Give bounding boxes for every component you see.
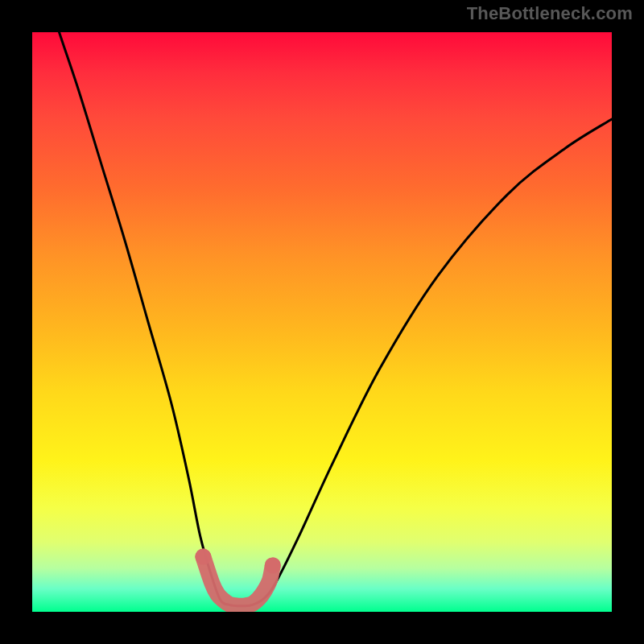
- watermark-text: TheBottleneck.com: [467, 3, 633, 24]
- curve-layer: [32, 32, 612, 612]
- optimal-range-end-marker: [265, 557, 281, 573]
- optimal-range-curve: [203, 557, 272, 606]
- bottleneck-curve: [32, 32, 612, 606]
- chart-frame: TheBottleneck.com: [0, 0, 644, 644]
- optimal-range-start-marker: [195, 549, 211, 565]
- plot-area: [32, 32, 612, 612]
